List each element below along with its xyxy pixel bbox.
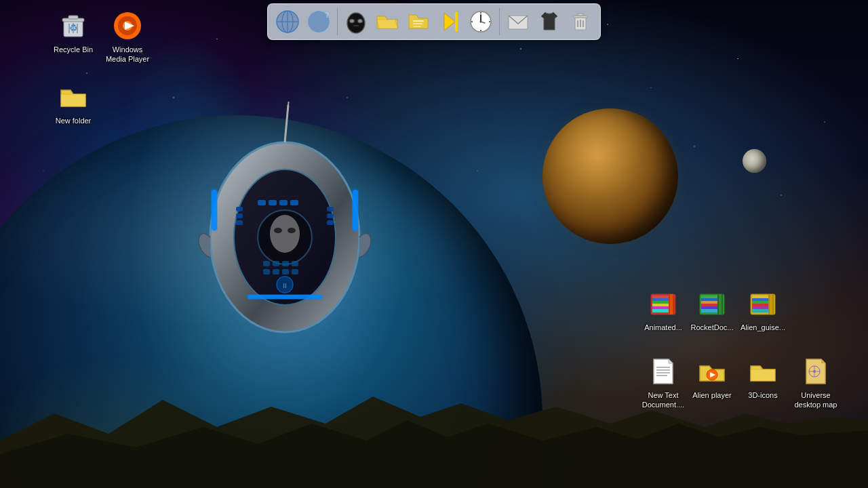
desktop-icon-recycle-bin[interactable]: ♻ Recycle Bin [46, 7, 100, 57]
taskbar-divider-2 [499, 8, 500, 35]
svg-point-37 [277, 11, 298, 33]
taskbar-icon-folder-open[interactable] [373, 7, 401, 36]
taskbar-icon-mail[interactable] [504, 7, 532, 36]
desktop-icon-universe-map[interactable]: Universe desktop map [785, 352, 846, 413]
3d-icons-icon-image [747, 355, 779, 388]
svg-rect-48 [413, 20, 424, 22]
desktop-icon-3d-icons[interactable]: 3D-icons [736, 352, 790, 403]
desktop-icon-alien-guise[interactable]: Alien_guise... [736, 285, 790, 335]
svg-rect-49 [413, 23, 422, 24]
universe-map-icon-image [800, 355, 832, 388]
text-doc-label: New Text Document.... [639, 390, 688, 410]
svg-rect-50 [413, 26, 421, 27]
svg-rect-87 [670, 294, 673, 314]
desktop-icon-new-folder[interactable]: New folder [46, 78, 100, 128]
svg-rect-96 [719, 294, 722, 314]
3d-icons-label: 3D-icons [748, 390, 777, 400]
rocketdoc-icon-image [696, 287, 728, 320]
taskbar: ? [267, 3, 601, 40]
new-folder-label: New folder [56, 116, 92, 125]
svg-point-45 [350, 20, 354, 23]
text-doc-icon-image [647, 355, 679, 388]
svg-point-115 [813, 370, 816, 373]
svg-point-46 [358, 20, 362, 23]
desktop-icon-animated[interactable]: Animated... [636, 285, 690, 335]
taskbar-icon-folder-docs[interactable] [404, 7, 433, 36]
desktop-icon-alien-player[interactable]: Alien player [685, 352, 739, 403]
taskbar-icon-tshirt[interactable] [535, 7, 564, 36]
desktop-icon-rocketdoc[interactable]: RocketDoc... [685, 285, 739, 335]
media-player-label: Windows Media Player [103, 45, 152, 64]
alien-guise-label: Alien_guise... [741, 323, 785, 332]
svg-rect-105 [770, 294, 772, 314]
svg-text:?: ? [325, 11, 330, 19]
rocketdoc-label: RocketDoc... [691, 323, 734, 332]
animated-label: Animated... [644, 323, 682, 332]
recycle-bin-label: Recycle Bin [54, 45, 93, 54]
svg-marker-51 [444, 13, 455, 30]
universe-map-label: Universe desktop map [788, 390, 844, 410]
animated-icon-image [647, 287, 679, 320]
desktop-icon-media-player[interactable]: Windows Media Player [100, 7, 155, 67]
media-player-icon-image [111, 9, 144, 42]
recycle-bin-icon-image: ♻ [57, 9, 90, 42]
new-folder-icon-image [57, 81, 90, 113]
taskbar-divider-1 [337, 8, 338, 35]
taskbar-icon-clock[interactable] [467, 7, 495, 36]
taskbar-icon-winamp[interactable] [435, 7, 464, 36]
desktop-icon-text-doc[interactable]: New Text Document.... [636, 352, 690, 413]
alien-guise-icon-image [747, 287, 779, 320]
svg-rect-64 [578, 14, 583, 16]
taskbar-icon-browser[interactable] [273, 7, 302, 36]
desktop: ♻ Recycle Bin Windows Media Player New f… [0, 0, 868, 488]
svg-rect-70 [68, 16, 78, 19]
alien-player-icon-image [696, 355, 728, 388]
svg-point-42 [347, 13, 365, 33]
taskbar-icon-alien[interactable] [342, 7, 370, 36]
taskbar-icon-network[interactable]: ? [304, 7, 333, 36]
alien-player-label: Alien player [692, 390, 731, 400]
svg-text:♻: ♻ [69, 22, 78, 33]
taskbar-icon-trash[interactable] [566, 7, 595, 36]
